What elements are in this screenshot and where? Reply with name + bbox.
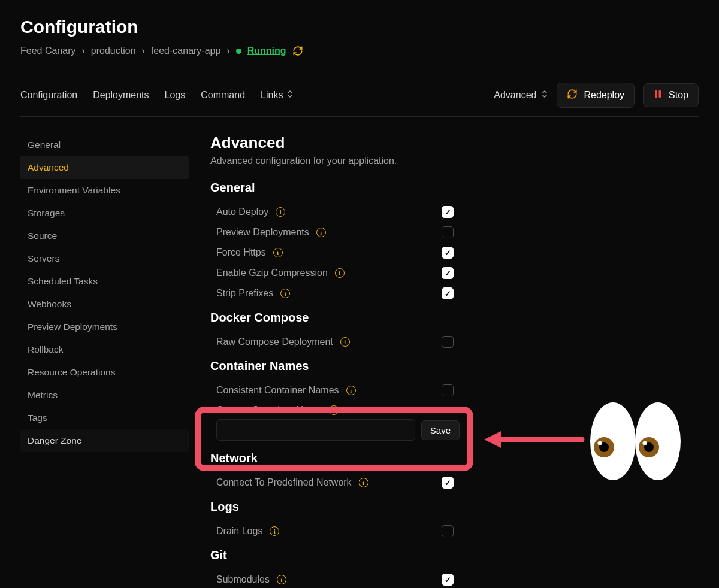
advanced-toggle[interactable]: Advanced [494,90,548,101]
sidebar-item-servers[interactable]: Servers [20,247,189,270]
breadcrumb-app[interactable]: feed-canary-app [151,46,221,56]
info-icon[interactable] [359,478,368,487]
section-general: General [210,181,699,195]
label-raw-compose: Raw Compose Deployment [216,337,333,347]
panel-heading: Advanced [210,134,699,152]
save-button[interactable]: Save [421,420,460,440]
sidebar-item-rollback[interactable]: Rollback [20,338,189,361]
info-icon[interactable] [270,526,279,536]
sidebar-item-danger-zone[interactable]: Danger Zone [20,429,189,452]
redeploy-label: Redeploy [584,90,624,101]
info-icon[interactable] [273,248,283,257]
label-preview-deployments: Preview Deployments [216,227,309,238]
custom-container-name-input[interactable] [216,419,415,441]
label-consistent-names: Consistent Container Names [216,385,339,396]
chevron-updown-icon [286,90,294,101]
section-docker: Docker Compose [210,311,699,325]
checkbox-preview-deployments[interactable] [442,226,454,238]
label-force-https: Force Https [216,247,266,258]
label-custom-container-name: Custom Container Name [216,405,322,416]
sidebar-item-scheduled-tasks[interactable]: Scheduled Tasks [20,270,189,293]
label-gzip: Enable Gzip Compression [216,268,328,278]
label-auto-deploy: Auto Deploy [216,207,268,217]
sidebar-item-env-vars[interactable]: Environment Variables [20,179,189,202]
sidebar-item-source[interactable]: Source [20,225,189,247]
tabbar: Configuration Deployments Logs Command L… [20,83,699,117]
sidebar-item-preview-deployments[interactable]: Preview Deployments [20,316,189,338]
info-icon[interactable] [277,575,286,584]
info-icon[interactable] [280,289,290,298]
sidebar-item-general[interactable]: General [20,134,189,156]
breadcrumb-env[interactable]: production [91,46,136,56]
redeploy-button[interactable]: Redeploy [557,83,635,108]
sidebar-item-storages[interactable]: Storages [20,202,189,225]
redeploy-icon [567,89,578,102]
panel-desc: Advanced configuration for your applicat… [210,156,699,166]
tab-deployments[interactable]: Deployments [93,90,149,101]
status-dot-icon [236,49,241,54]
sidebar: General Advanced Environment Variables S… [20,134,189,588]
stop-button[interactable]: Stop [643,83,699,107]
chevron-right-icon: › [226,46,229,56]
checkbox-raw-compose[interactable] [442,336,454,348]
tab-links-label: Links [261,90,283,101]
info-icon[interactable] [316,228,326,237]
checkbox-consistent-names[interactable] [442,384,454,396]
info-icon[interactable] [276,207,285,217]
tab-command[interactable]: Command [201,90,245,101]
svg-rect-0 [655,90,657,98]
breadcrumb-project[interactable]: Feed Canary [20,46,76,56]
chevron-updown-icon [541,90,548,101]
tab-configuration[interactable]: Configuration [20,90,77,101]
refresh-icon[interactable] [292,46,303,56]
stop-icon [653,89,663,101]
section-logs: Logs [210,500,699,514]
section-network: Network [210,451,699,465]
info-icon[interactable] [329,405,339,415]
label-drain-logs: Drain Logs [216,526,262,537]
checkbox-predefined-network[interactable] [442,477,454,489]
section-git: Git [210,548,699,562]
checkbox-auto-deploy[interactable] [442,206,454,218]
status-badge[interactable]: Running [247,46,286,56]
info-icon[interactable] [340,337,350,347]
main-panel: Advanced Advanced configuration for your… [189,134,699,588]
info-icon[interactable] [335,268,345,278]
checkbox-force-https[interactable] [442,247,454,259]
label-submodules: Submodules [216,574,270,585]
sidebar-item-webhooks[interactable]: Webhooks [20,293,189,316]
advanced-toggle-label: Advanced [494,90,536,101]
sidebar-item-resource-operations[interactable]: Resource Operations [20,361,189,384]
svg-rect-1 [659,90,661,98]
chevron-right-icon: › [142,46,145,56]
chevron-right-icon: › [82,46,85,56]
section-container-names: Container Names [210,359,699,373]
checkbox-drain-logs[interactable] [442,525,454,537]
sidebar-item-metrics[interactable]: Metrics [20,384,189,407]
tab-logs[interactable]: Logs [165,90,186,101]
label-strip-prefixes: Strip Prefixes [216,288,273,299]
sidebar-item-advanced[interactable]: Advanced [20,156,189,179]
info-icon[interactable] [346,386,356,395]
checkbox-gzip[interactable] [442,267,454,279]
tab-links[interactable]: Links [261,90,294,101]
stop-label: Stop [669,90,688,101]
breadcrumb: Feed Canary › production › feed-canary-a… [20,46,699,56]
checkbox-submodules[interactable] [442,574,454,586]
page-title: Configuration [20,17,699,37]
label-predefined-network: Connect To Predefined Network [216,477,352,488]
checkbox-strip-prefixes[interactable] [442,287,454,299]
sidebar-item-tags[interactable]: Tags [20,407,189,429]
